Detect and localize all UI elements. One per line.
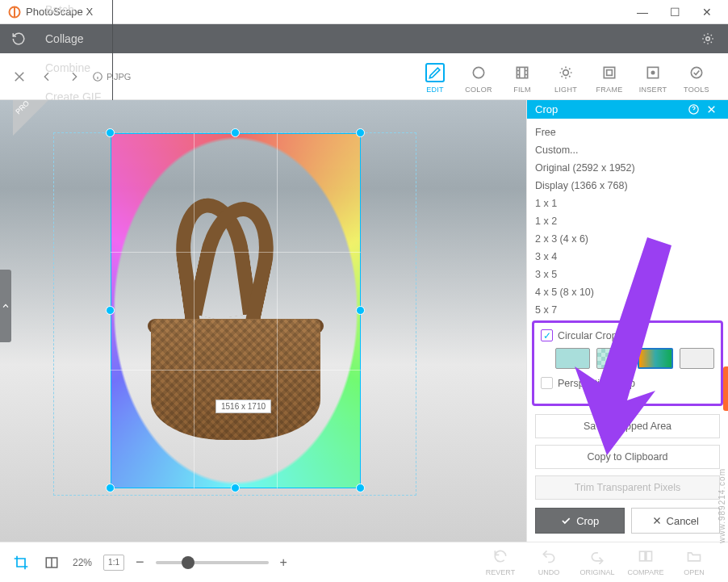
color-icon <box>469 63 488 82</box>
highlighted-crop-options: ✓ Circular Crop Perspective Crop <box>532 320 723 406</box>
next-file-icon[interactable] <box>65 67 84 86</box>
main-tabbar: ViewerEditorCut OutBatchCollageCombineCr… <box>0 24 728 53</box>
circular-crop-row[interactable]: ✓ Circular Crop <box>541 329 714 341</box>
tool-color[interactable]: COLOR <box>457 60 500 94</box>
undo-icon <box>541 548 557 566</box>
crop-panel: Crop FreeCustom...Original (2592 x 1952)… <box>526 100 728 542</box>
split-view-icon[interactable] <box>42 553 61 572</box>
zoom-value[interactable]: 22% <box>73 557 92 568</box>
edit-icon <box>425 63 445 82</box>
svg-point-5 <box>563 69 569 75</box>
prev-file-icon[interactable] <box>37 67 56 86</box>
zoom-fit-button[interactable]: 1:1 <box>103 555 124 571</box>
crop-panel-title: Crop <box>535 103 558 115</box>
tool-tools[interactable]: TOOLS <box>675 60 718 94</box>
footer-compare-button[interactable]: COMPARE <box>623 548 668 576</box>
crop-apply-button[interactable]: Crop <box>535 508 625 534</box>
footer-open-button[interactable]: OPEN <box>672 548 717 576</box>
zoom-in-button[interactable]: + <box>280 555 287 570</box>
crop-ratio-option[interactable]: 3 x 5 <box>535 266 720 283</box>
crop-handle-ne[interactable] <box>356 128 365 137</box>
tool-light[interactable]: LIGHT <box>544 60 588 94</box>
crop-ratio-option[interactable]: Display (1366 x 768) <box>535 177 720 195</box>
window-maximize-button[interactable]: ☐ <box>659 0 691 24</box>
tool-frame[interactable]: FRAME <box>588 60 631 94</box>
crop-bounds[interactable]: 1516 x 1710 <box>53 132 416 496</box>
app-logo-icon <box>8 6 21 19</box>
tab-batch[interactable]: Batch <box>34 0 113 24</box>
window-minimize-button[interactable]: — <box>626 0 659 24</box>
svg-point-3 <box>473 67 483 77</box>
mask-bg-swatch-2[interactable] <box>596 348 631 369</box>
footer-original-button[interactable]: ORIGINAL <box>575 548 620 576</box>
crop-tool-icon[interactable] <box>11 553 31 572</box>
revert-icon <box>492 548 508 566</box>
crop-ratio-option[interactable]: 1 x 1 <box>535 195 720 212</box>
light-icon <box>556 63 575 82</box>
panel-help-icon[interactable] <box>684 103 702 115</box>
crop-ratio-option[interactable]: Custom... <box>535 141 720 159</box>
tab-collage[interactable]: Collage <box>34 24 113 53</box>
circular-crop-label: Circular Crop <box>558 330 617 341</box>
status-bar: 22% 1:1 − + REVERTUNDOORIGINALCOMPAREOPE… <box>0 542 728 582</box>
crop-ratio-option[interactable]: 4 x 5 (8 x 10) <box>535 283 720 301</box>
svg-point-1 <box>706 37 710 41</box>
settings-gear-icon[interactable] <box>696 31 720 46</box>
crop-handle-w[interactable] <box>106 306 115 315</box>
window-close-button[interactable]: ✕ <box>691 0 723 24</box>
crop-cancel-button[interactable]: Cancel <box>631 508 721 534</box>
footer-revert-button[interactable]: REVERT <box>478 548 523 576</box>
mask-bg-swatch-3[interactable] <box>638 348 672 369</box>
crop-ratio-option[interactable]: 3 x 4 <box>535 248 720 266</box>
crop-ratio-option[interactable]: 1 x 2 <box>535 212 720 230</box>
expand-left-panel-icon[interactable] <box>0 270 11 342</box>
tool-film[interactable]: FILM <box>500 60 544 94</box>
svg-point-9 <box>651 71 654 73</box>
tool-insert[interactable]: INSERT <box>631 60 675 94</box>
pro-badge: PRO <box>13 100 48 136</box>
crop-handle-e[interactable] <box>356 306 365 315</box>
perspective-crop-row[interactable]: Perspective Crop <box>541 377 714 389</box>
zoom-slider[interactable] <box>156 561 269 564</box>
crop-panel-header: Crop <box>527 100 728 119</box>
footer-undo-button[interactable]: UNDO <box>526 548 571 576</box>
tools-icon <box>687 63 706 82</box>
zoom-slider-knob[interactable] <box>182 556 195 569</box>
crop-handle-sw[interactable] <box>106 484 115 492</box>
original-icon <box>589 548 605 566</box>
save-cropped-area-button[interactable]: Save Cropped Area <box>535 414 720 438</box>
frame-icon <box>600 63 619 82</box>
zoom-out-button[interactable]: − <box>136 554 144 571</box>
svg-rect-6 <box>604 67 614 77</box>
insert-icon <box>643 63 663 82</box>
compare-icon <box>638 548 654 566</box>
file-name: P.JPG <box>107 72 131 82</box>
mask-bg-swatch-4[interactable] <box>680 348 714 369</box>
crop-ratio-option[interactable]: Original (2592 x 1952) <box>535 159 720 177</box>
trim-transparent-button: Trim Transparent Pixels <box>535 475 720 500</box>
panel-close-icon[interactable] <box>702 104 720 115</box>
circular-crop-checkbox[interactable]: ✓ <box>541 329 553 341</box>
tool-edit[interactable]: EDIT <box>413 60 457 94</box>
right-drag-nub[interactable] <box>723 366 728 411</box>
refresh-icon[interactable] <box>8 28 29 49</box>
crop-handle-n[interactable] <box>231 128 240 137</box>
crop-selection[interactable] <box>111 133 361 488</box>
copy-to-clipboard-button[interactable]: Copy to Clipboard <box>535 445 720 469</box>
file-info[interactable]: P.JPG <box>92 71 131 82</box>
close-file-icon[interactable] <box>10 67 29 86</box>
mask-bg-swatch-1[interactable] <box>555 348 590 369</box>
svg-rect-7 <box>607 69 613 75</box>
crop-handle-se[interactable] <box>356 484 365 492</box>
crop-ratio-option[interactable]: Free <box>535 124 720 141</box>
perspective-crop-checkbox[interactable] <box>541 377 553 389</box>
crop-ratio-option[interactable]: 2 x 3 (4 x 6) <box>535 230 720 248</box>
crop-handle-nw[interactable] <box>106 128 115 137</box>
canvas[interactable]: PRO 1516 x 1710 <box>0 100 526 542</box>
crop-handle-s[interactable] <box>231 484 240 492</box>
crop-ratio-list: FreeCustom...Original (2592 x 1952)Displ… <box>527 119 728 317</box>
svg-point-10 <box>691 67 701 77</box>
perspective-crop-label: Perspective Crop <box>558 378 635 389</box>
svg-rect-14 <box>646 551 652 561</box>
crop-ratio-option[interactable]: 5 x 7 <box>535 301 720 317</box>
